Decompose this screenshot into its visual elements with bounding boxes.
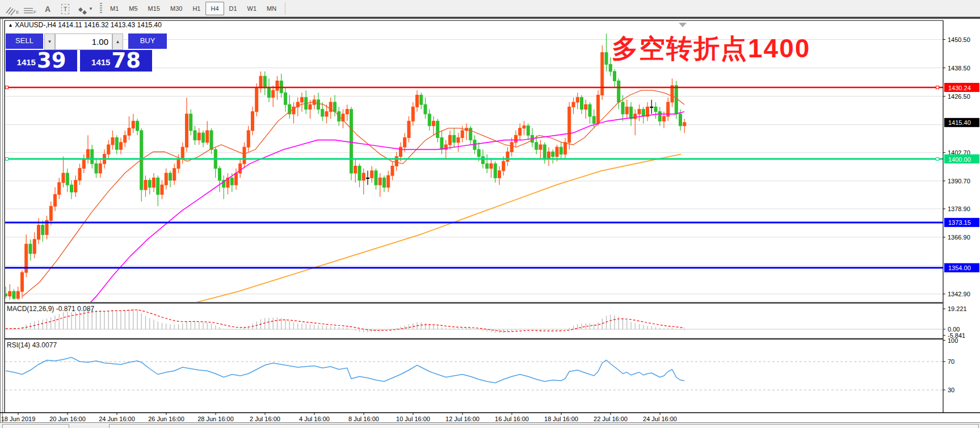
price-tick-label: 1366.90 <box>948 234 970 241</box>
price-badge: 1415.40 <box>948 119 971 126</box>
chart-tab[interactable] <box>2 424 69 428</box>
macd-indicator-label: MACD(12,26,9) -0.871 0.087 <box>7 305 94 313</box>
buy-button[interactable]: BUY <box>128 33 167 50</box>
price-tick-label: 1390.70 <box>948 178 970 184</box>
date-tick-label: 4 Jul 16:00 <box>299 416 330 422</box>
buy-price-small: 1415 <box>91 54 110 71</box>
date-tick-label: 18 Jun 2019 <box>1 416 36 422</box>
tool-letter: F <box>33 10 36 15</box>
tool-letter: E <box>16 10 19 15</box>
rsi-tick-label: 30 <box>948 387 954 393</box>
toolbar-separator <box>285 2 285 15</box>
chart-shift-marker <box>679 23 687 27</box>
volume-decrease-button[interactable]: ▼ <box>44 33 55 50</box>
tf-button-M30[interactable]: M30 <box>165 2 187 15</box>
tf-button-MN[interactable]: MN <box>262 2 281 15</box>
chart-tab-row[interactable] <box>109 424 979 428</box>
buy-price-display[interactable]: 1415 78 <box>80 50 152 72</box>
tf-button-D1[interactable]: D1 <box>224 2 242 15</box>
chart-tab-bar <box>0 422 980 428</box>
date-tick-label: 10 Jul 16:00 <box>396 416 430 422</box>
buy-price-big: 78 <box>111 51 141 71</box>
date-tick-label: 2 Jul 16:00 <box>250 416 280 422</box>
price-tick-label: 1450.50 <box>948 36 970 43</box>
equidistant-channel-tool-button[interactable]: E <box>5 2 20 15</box>
date-tick-label: 22 Jul 16:00 <box>594 416 628 422</box>
price-badge: 1373.15 <box>948 219 971 226</box>
rsi-tick-label: 100 <box>948 337 958 344</box>
ohlc-values: 1414.11 1416.32 1413.43 1415.40 <box>58 21 162 29</box>
date-tick-label: 18 Jul 16:00 <box>544 416 578 422</box>
arrow-objects-icon <box>78 6 89 15</box>
timeframe-buttons: M1M5M15M30H1H4D1W1MN <box>105 2 281 15</box>
date-tick-label: 20 Jun 16:00 <box>49 416 86 422</box>
rsi-indicator-label: RSI(14) 43.0077 <box>7 341 57 349</box>
price-tick-label: 1438.50 <box>948 65 970 72</box>
text-tool-button[interactable]: A <box>40 2 56 15</box>
tf-button-M1[interactable]: M1 <box>105 2 124 15</box>
date-tick-label: 16 Jul 16:00 <box>495 416 529 422</box>
tf-button-M5[interactable]: M5 <box>124 2 142 15</box>
date-tick-label: 8 Jul 16:00 <box>348 416 379 422</box>
text-tool-icon: A <box>45 3 51 15</box>
fibonacci-tool-button[interactable]: F <box>22 2 38 15</box>
date-tick-label: 26 Jun 16:00 <box>148 416 184 422</box>
arrow-objects-button[interactable]: ▾ <box>75 2 95 15</box>
volume-input[interactable] <box>55 33 112 50</box>
equidistant-channel-icon <box>6 6 15 15</box>
trading-terminal: E F A T ▾ M1M5M15M30H1H4D1W1MN <box>0 0 980 428</box>
date-tick-label: 24 Jul 16:00 <box>643 416 677 422</box>
volume-increase-button[interactable]: ▲ <box>112 33 123 50</box>
date-tick-label: 24 Jun 16:00 <box>99 416 135 422</box>
price-tick-label: 1342.90 <box>948 291 970 297</box>
chart-annotation-text: 多空转折点1400 <box>612 31 810 66</box>
text-label-icon: T <box>61 4 70 14</box>
sell-button[interactable]: SELL <box>6 33 43 50</box>
sell-price-big: 39 <box>37 51 66 71</box>
price-tick-label: 1426.50 <box>948 93 970 100</box>
symbol-period-label: XAUUSD-,H4 <box>15 21 56 29</box>
tf-button-M15[interactable]: M15 <box>143 2 165 15</box>
macd-tick-label: 19.221 <box>948 305 967 312</box>
toolbar-grip[interactable] <box>100 3 102 14</box>
tf-button-W1[interactable]: W1 <box>242 2 262 15</box>
date-tick-label: 12 Jul 16:00 <box>445 416 480 422</box>
rsi-line <box>6 358 684 383</box>
tf-button-H4[interactable]: H4 <box>205 2 224 15</box>
date-tick-label: 28 Jun 16:00 <box>197 416 234 422</box>
chart-symbol-header: ▲ XAUUSD-,H4 1414.11 1416.32 1413.43 141… <box>8 21 162 29</box>
tf-button-H1[interactable]: H1 <box>187 2 205 15</box>
chart-window: 1450.501438.501426.501402.701390.701378.… <box>0 19 980 428</box>
macd-signal-line <box>6 310 684 332</box>
ma-slow <box>193 154 681 304</box>
price-badge: 1400.00 <box>948 156 971 163</box>
text-label-tool-button[interactable]: T <box>57 2 73 15</box>
price-badge: 1354.00 <box>948 265 971 271</box>
price-tick-label: 1378.90 <box>948 205 970 212</box>
rsi-tick-label: 70 <box>948 358 954 365</box>
sell-price-display[interactable]: 1415 39 <box>6 50 77 72</box>
sell-price-small: 1415 <box>17 54 36 71</box>
chevron-down-icon: ▾ <box>90 2 92 15</box>
ma-mid <box>78 112 684 315</box>
fibonacci-icon <box>24 7 33 15</box>
candles <box>5 33 686 300</box>
price-chart-canvas[interactable]: 1450.501438.501426.501402.701390.701378.… <box>0 19 980 428</box>
price-badge: 1430.24 <box>948 85 971 91</box>
one-click-trade-panel: SELL ▼ ▲ BUY 1415 39 1415 78 <box>5 32 168 73</box>
toolbar: E F A T ▾ M1M5M15M30H1H4D1W1MN <box>0 0 980 17</box>
collapse-triangle-icon: ▲ <box>8 22 13 28</box>
